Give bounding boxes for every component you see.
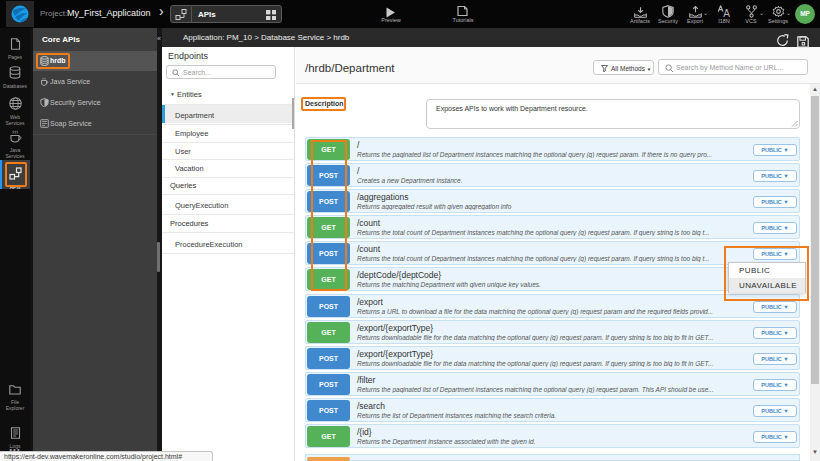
svg-text:A: A [723,8,730,19]
